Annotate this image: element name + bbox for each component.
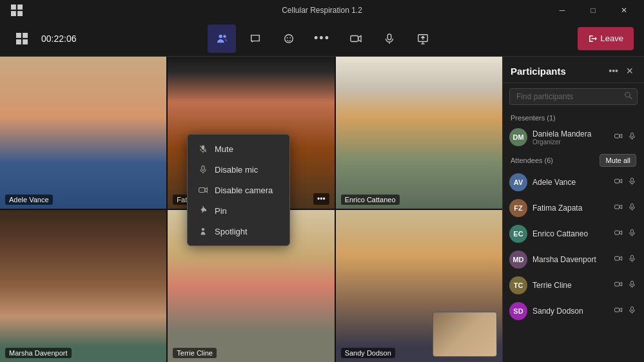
participant-item-fatima[interactable]: FZ Fatima Zapata bbox=[503, 195, 644, 221]
leave-label: Leave bbox=[601, 33, 623, 43]
titlebar: Cellular Respiration 1.2 ─ □ ✕ bbox=[0, 0, 644, 21]
video-grid: Adele Vance Fatima Zapata ••• Enrico Cat… bbox=[0, 57, 502, 362]
self-view-pip bbox=[433, 312, 497, 357]
svg-rect-5 bbox=[23, 33, 28, 38]
panel-title: Participants bbox=[511, 66, 566, 77]
mic-btn-fatima[interactable] bbox=[627, 202, 638, 214]
svg-rect-31 bbox=[631, 229, 634, 233]
window-title: Cellular Respiration 1.2 bbox=[282, 6, 362, 15]
minimize-button[interactable]: ─ bbox=[547, 0, 577, 21]
participant-name-daniela: Daniela Mandera bbox=[532, 129, 608, 138]
spotlight-label: Spotlight bbox=[215, 227, 248, 236]
camera-button[interactable] bbox=[342, 24, 370, 53]
participant-controls-sandy bbox=[613, 305, 638, 318]
toolbar-left: 00:22:06 bbox=[10, 27, 202, 50]
avatar-initials-sandy: SD bbox=[513, 307, 523, 315]
avatar-terrie: TC bbox=[509, 276, 527, 294]
svg-rect-34 bbox=[615, 282, 620, 286]
mute-icon bbox=[198, 144, 208, 154]
toolbar-right: Leave bbox=[442, 27, 634, 50]
svg-rect-0 bbox=[11, 5, 16, 10]
mic-btn-enrico[interactable] bbox=[627, 227, 638, 240]
cam-btn-daniela[interactable] bbox=[613, 131, 624, 144]
participant-info-marsha: Marsha Davenport bbox=[532, 255, 608, 264]
svg-rect-4 bbox=[16, 33, 21, 38]
svg-rect-35 bbox=[631, 281, 634, 285]
participant-item-sandy[interactable]: SD Sandy Dodson bbox=[503, 298, 644, 324]
context-menu: Mute Disable mic Disable camera Pin bbox=[187, 134, 290, 246]
share-button[interactable] bbox=[409, 24, 437, 53]
menu-item-mute[interactable]: Mute bbox=[188, 138, 289, 159]
mic-btn-terrie[interactable] bbox=[627, 279, 638, 292]
menu-item-disable-mic[interactable]: Disable mic bbox=[188, 159, 289, 180]
svg-point-11 bbox=[286, 37, 288, 38]
attendees-label: Attendees (6) bbox=[511, 157, 553, 164]
panel-close-button[interactable]: ✕ bbox=[623, 64, 636, 77]
video-tile-sandy[interactable]: Sandy Dodson bbox=[336, 210, 502, 362]
participant-name-sandy: Sandy Dodson bbox=[532, 307, 608, 316]
participant-item-terrie[interactable]: TC Terrie Cline bbox=[503, 272, 644, 298]
disable-camera-label: Disable camera bbox=[215, 186, 273, 195]
participant-item-daniela[interactable]: DM Daniela Mandera Organizer bbox=[503, 124, 644, 150]
avatar-fatima: FZ bbox=[509, 199, 527, 217]
panel-more-button[interactable]: ••• bbox=[606, 64, 621, 77]
reactions-button[interactable] bbox=[275, 24, 303, 53]
name-tag-adele: Adele Vance bbox=[5, 195, 53, 205]
svg-rect-25 bbox=[631, 133, 634, 137]
avatar-initials-daniela: DM bbox=[512, 133, 523, 141]
svg-rect-29 bbox=[631, 204, 634, 207]
svg-point-22 bbox=[625, 92, 630, 97]
participant-controls-daniela bbox=[613, 131, 638, 144]
menu-item-disable-camera[interactable]: Disable camera bbox=[188, 180, 289, 200]
close-button[interactable]: ✕ bbox=[609, 0, 639, 21]
self-view-video bbox=[433, 312, 496, 356]
cam-btn-terrie[interactable] bbox=[613, 279, 624, 292]
svg-rect-28 bbox=[615, 205, 620, 209]
menu-item-spotlight[interactable]: Spotlight bbox=[188, 221, 289, 242]
participants-panel: Participants ••• ✕ Presenters (1) DM bbox=[502, 57, 644, 362]
svg-rect-2 bbox=[11, 11, 16, 16]
name-tag-marsha: Marsha Davenport bbox=[5, 348, 72, 358]
disable-camera-icon bbox=[198, 185, 208, 195]
video-tile-enrico[interactable]: Enrico Cattaneo bbox=[336, 57, 502, 209]
menu-item-pin[interactable]: Pin bbox=[188, 200, 289, 221]
svg-point-12 bbox=[289, 37, 291, 38]
cam-btn-sandy[interactable] bbox=[613, 305, 624, 318]
grid-view-icon[interactable] bbox=[10, 27, 34, 50]
mic-btn-sandy[interactable] bbox=[627, 305, 638, 318]
participant-controls-terrie bbox=[613, 279, 638, 292]
mute-label: Mute bbox=[215, 144, 233, 154]
cam-btn-fatima[interactable] bbox=[613, 202, 624, 214]
cam-btn-marsha[interactable] bbox=[613, 253, 624, 266]
cam-btn-adele[interactable] bbox=[613, 176, 624, 189]
main-content: Adele Vance Fatima Zapata ••• Enrico Cat… bbox=[0, 57, 644, 362]
search-icon bbox=[625, 92, 632, 102]
participant-item-enrico[interactable]: EC Enrico Cattaneo bbox=[503, 221, 644, 247]
search-input[interactable] bbox=[509, 88, 638, 105]
maximize-button[interactable]: □ bbox=[578, 0, 608, 21]
video-tile-marsha[interactable]: Marsha Davenport bbox=[0, 210, 166, 362]
svg-rect-33 bbox=[631, 255, 634, 259]
grid-layout-icon[interactable] bbox=[5, 0, 28, 22]
participant-item-marsha[interactable]: MD Marsha Davenport bbox=[503, 247, 644, 272]
more-button[interactable]: ••• bbox=[308, 24, 337, 53]
video-tile-adele[interactable]: Adele Vance bbox=[0, 57, 166, 209]
panel-actions: ••• ✕ bbox=[606, 64, 636, 77]
svg-rect-3 bbox=[17, 11, 23, 16]
leave-button[interactable]: Leave bbox=[578, 27, 634, 50]
toolbar: 00:22:06 ••• Leave bbox=[0, 21, 644, 57]
mic-btn-marsha[interactable] bbox=[627, 253, 638, 266]
svg-rect-26 bbox=[615, 179, 620, 183]
avatar-daniela: DM bbox=[509, 128, 527, 146]
participant-role-daniela: Organizer bbox=[532, 138, 608, 146]
mic-btn-daniela[interactable] bbox=[627, 131, 638, 144]
fatima-more-button[interactable]: ••• bbox=[313, 193, 329, 205]
chat-button[interactable] bbox=[241, 24, 269, 53]
mic-btn-adele[interactable] bbox=[627, 176, 638, 189]
people-button[interactable] bbox=[208, 24, 236, 53]
mic-button[interactable] bbox=[375, 24, 404, 53]
participant-item-adele[interactable]: AV Adele Vance bbox=[503, 169, 644, 195]
mute-all-button[interactable]: Mute all bbox=[600, 154, 636, 167]
cam-btn-enrico[interactable] bbox=[613, 227, 624, 240]
svg-rect-19 bbox=[202, 166, 204, 170]
